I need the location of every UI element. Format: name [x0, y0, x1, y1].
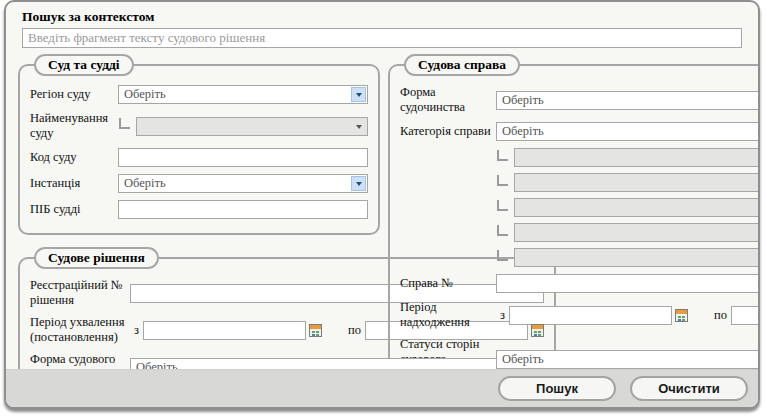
search-form-window: Пошук за контекстом Суд та судді Регіон …: [4, 0, 760, 409]
context-search-section: Пошук за контекстом: [6, 2, 758, 48]
dropdown-arrow-icon[interactable]: [351, 87, 366, 102]
court-decision-legend: Судове рішення: [34, 247, 159, 269]
adoption-date-from-input[interactable]: [143, 321, 306, 340]
reg-number-label: Реєстраційний № рішення: [30, 278, 130, 308]
subcategory-branch-icon: [497, 200, 508, 211]
court-name-row: Найменування суду: [30, 111, 368, 141]
receipt-period-row: Період надходження з по: [400, 300, 760, 330]
case-category-select[interactable]: Оберіть: [496, 122, 760, 141]
calendar-icon[interactable]: [309, 324, 322, 337]
judge-row: ПІБ судді: [30, 200, 368, 219]
court-name-select-disabled: [136, 117, 368, 136]
instance-select[interactable]: Оберіть: [118, 174, 368, 193]
subcategory-branch-icon: [497, 150, 508, 161]
judge-name-input[interactable]: [118, 200, 368, 219]
search-button[interactable]: Пошук: [498, 376, 616, 401]
context-search-input[interactable]: [22, 28, 742, 48]
court-code-label: Код суду: [30, 150, 118, 165]
adoption-period-label: Період ухвалення (постановлення): [30, 315, 130, 345]
receipt-period-label: Період надходження: [400, 300, 496, 330]
court-code-row: Код суду: [30, 148, 368, 167]
case-category-row: Категорія справи Оберіть: [400, 122, 760, 141]
subcategory-branch-icon: [497, 175, 508, 186]
region-select-value: Оберіть: [124, 87, 166, 102]
subcategory-select-4-disabled: [514, 223, 760, 242]
clear-button[interactable]: Очистити: [630, 376, 748, 401]
date-to-label: по: [348, 323, 361, 338]
court-case-group: Судова справа Форма судочинства Оберіть …: [388, 54, 760, 398]
case-category-label: Категорія справи: [400, 124, 496, 139]
subcategory-row-5: [496, 248, 760, 267]
proceedings-form-label: Форма судочинства: [400, 85, 496, 115]
court-name-label: Найменування суду: [30, 111, 118, 141]
dropdown-arrow-icon[interactable]: [351, 176, 366, 191]
context-search-label: Пошук за контекстом: [22, 9, 742, 25]
calendar-icon[interactable]: [531, 324, 544, 337]
instance-row: Інстанція Оберіть: [30, 174, 368, 193]
subcategory-branch-icon: [497, 250, 508, 261]
proceedings-form-select[interactable]: Оберіть: [496, 91, 760, 110]
dropdown-arrow-icon: [351, 119, 366, 134]
subcategory-row-2: [496, 173, 760, 192]
case-category-select-value: Оберіть: [502, 124, 544, 139]
footer-bar: Пошук Очистити: [6, 369, 758, 407]
date-to-label: по: [714, 308, 727, 323]
subcategory-select-2-disabled: [514, 173, 760, 192]
instance-select-value: Оберіть: [124, 176, 166, 191]
party-statuses-select-value: Оберіть: [502, 352, 544, 367]
subcategory-row-1: [496, 148, 760, 167]
date-from-label: з: [500, 308, 505, 323]
proceedings-form-row: Форма судочинства Оберіть: [400, 85, 760, 115]
case-number-label: Справа №: [400, 276, 496, 291]
court-and-judges-group: Суд та судді Регіон суду Оберіть Наймену…: [18, 54, 380, 235]
case-number-input[interactable]: [496, 274, 760, 293]
region-label: Регіон суду: [30, 87, 118, 102]
instance-label: Інстанція: [30, 176, 118, 191]
party-statuses-select[interactable]: Оберіть: [496, 350, 760, 369]
subcategory-select-5-disabled: [514, 248, 760, 267]
proceedings-form-select-value: Оберіть: [502, 93, 544, 108]
case-number-row: Справа №: [400, 274, 760, 293]
subcategory-branch-icon: [497, 225, 508, 236]
date-from-label: з: [134, 323, 139, 338]
subcategory-select-1-disabled: [514, 148, 760, 167]
court-and-judges-legend: Суд та судді: [34, 54, 134, 76]
judge-name-label: ПІБ судді: [30, 202, 118, 217]
court-case-legend: Судова справа: [404, 54, 520, 76]
subcategory-row-3: [496, 198, 760, 217]
court-code-input[interactable]: [118, 148, 368, 167]
subcategory-branch-icon: [119, 118, 130, 129]
subcategory-row-4: [496, 223, 760, 242]
receipt-date-from-input[interactable]: [509, 306, 672, 325]
region-select[interactable]: Оберіть: [118, 85, 368, 104]
receipt-date-to-input[interactable]: [731, 306, 760, 325]
subcategory-select-3-disabled: [514, 198, 760, 217]
region-row: Регіон суду Оберіть: [30, 85, 368, 104]
calendar-icon[interactable]: [675, 309, 688, 322]
